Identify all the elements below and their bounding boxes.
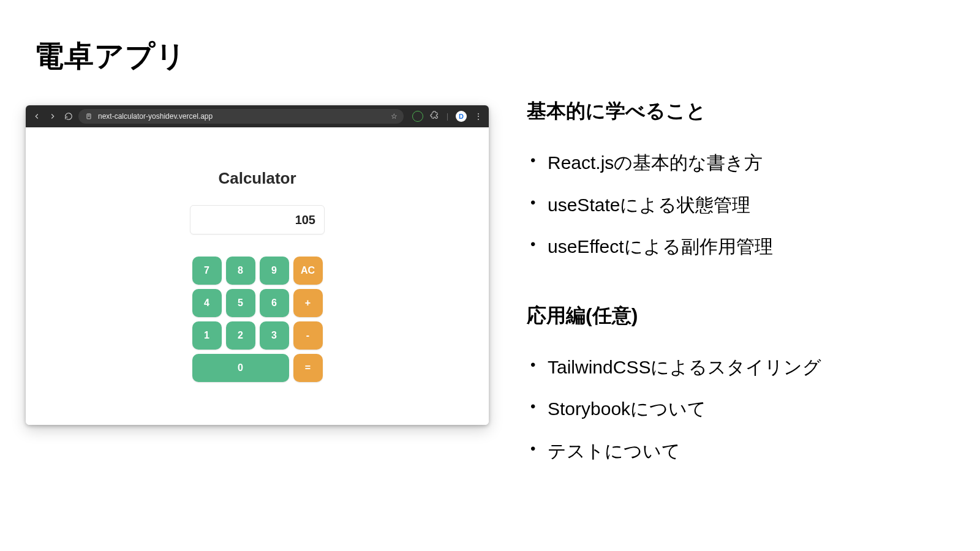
calculator-keypad: 7 8 9 AC 4 5 6 + 1 2 3 - 0 = (192, 257, 323, 382)
list-item: TailwindCSSによるスタイリング (530, 347, 956, 389)
browser-url: next-calculator-yoshidev.vercel.app (98, 112, 386, 121)
key-plus[interactable]: + (293, 289, 323, 317)
profile-avatar-icon[interactable]: D (456, 111, 467, 122)
list-item: Storybookについて (530, 388, 956, 430)
section-2-list: TailwindCSSによるスタイリング Storybookについて テストにつ… (527, 347, 956, 473)
key-7[interactable]: 7 (192, 257, 222, 285)
extension-badge-green-icon[interactable] (412, 111, 423, 122)
slide: 電卓アプリ next-calculator-yoshidev.vercel.ap… (0, 0, 980, 551)
calculator-app: Calculator 105 7 8 9 AC 4 5 6 + 1 2 3 - … (184, 169, 331, 382)
page-content: Calculator 105 7 8 9 AC 4 5 6 + 1 2 3 - … (26, 127, 489, 425)
key-4[interactable]: 4 (192, 289, 222, 317)
key-8[interactable]: 8 (226, 257, 255, 285)
list-item: useStateによる状態管理 (530, 184, 956, 227)
section-1-list: React.jsの基本的な書き方 useStateによる状態管理 useEffe… (527, 142, 956, 268)
bookmark-star-icon[interactable]: ☆ (391, 112, 398, 121)
key-0[interactable]: 0 (192, 354, 289, 382)
key-9[interactable]: 9 (260, 257, 289, 285)
extensions-icon[interactable] (429, 110, 439, 122)
key-5[interactable]: 5 (226, 289, 255, 317)
back-icon[interactable] (32, 111, 42, 121)
reload-icon[interactable] (64, 111, 74, 121)
section-1-heading: 基本的に学べること (527, 98, 956, 125)
list-item: useEffectによる副作用管理 (530, 226, 956, 268)
key-1[interactable]: 1 (192, 321, 222, 350)
browser-menu-icon[interactable]: ⋮ (473, 112, 484, 121)
browser-window: next-calculator-yoshidev.vercel.app ☆ | … (26, 105, 489, 425)
list-item: React.jsの基本的な書き方 (530, 142, 956, 184)
right-column: 基本的に学べること React.jsの基本的な書き方 useStateによる状態… (527, 98, 956, 506)
key-2[interactable]: 2 (226, 321, 255, 350)
toolbar-separator: | (445, 112, 450, 121)
calculator-display: 105 (190, 205, 325, 234)
key-equals[interactable]: = (293, 354, 323, 382)
section-2-heading: 応用編(任意) (527, 302, 956, 329)
browser-toolbar: next-calculator-yoshidev.vercel.app ☆ | … (26, 105, 489, 127)
browser-right-icons: | D ⋮ (409, 110, 484, 122)
site-info-icon[interactable] (85, 112, 93, 121)
key-3[interactable]: 3 (260, 321, 289, 350)
forward-icon[interactable] (48, 111, 58, 121)
browser-address-bar[interactable]: next-calculator-yoshidev.vercel.app ☆ (78, 109, 404, 124)
key-6[interactable]: 6 (260, 289, 289, 317)
slide-title: 電卓アプリ (34, 37, 186, 76)
key-ac[interactable]: AC (293, 257, 323, 285)
calculator-heading: Calculator (218, 169, 296, 188)
key-minus[interactable]: - (293, 321, 323, 350)
browser-nav-group (32, 111, 74, 121)
list-item: テストについて (530, 430, 956, 473)
